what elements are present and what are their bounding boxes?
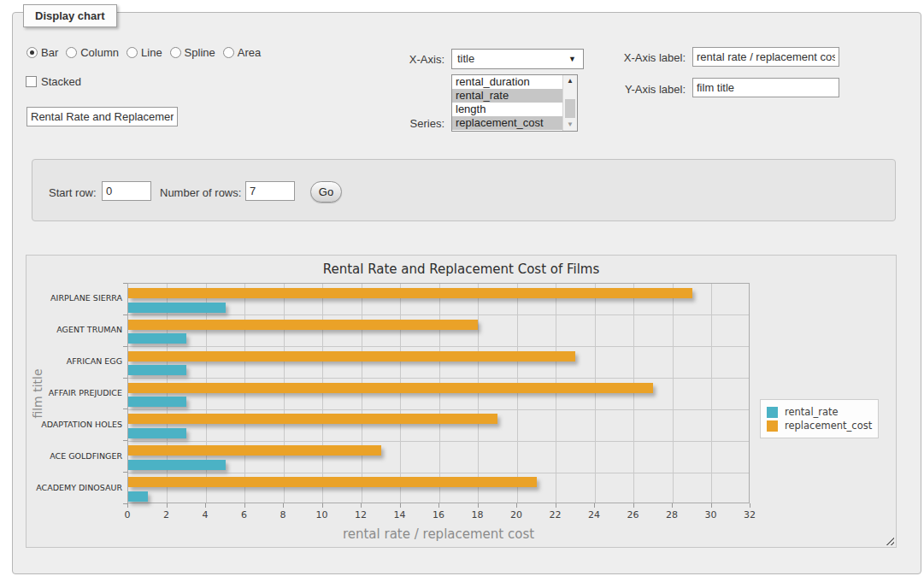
radio-icon: [127, 47, 138, 58]
category-label: AGENT TRUMAN: [26, 325, 122, 335]
series-option-replacement_cost[interactable]: replacement_cost: [452, 116, 562, 130]
x-tick-mark: [556, 503, 556, 508]
x-tick-label: 10: [305, 509, 339, 520]
legend-swatch: [767, 420, 778, 432]
x-tick-mark: [594, 503, 595, 508]
chart-title-input[interactable]: [26, 107, 178, 126]
radio-icon: [26, 47, 38, 58]
y-tick-mark: [123, 315, 127, 315]
x-tick-mark: [672, 503, 673, 508]
chart-legend: rental_ratereplacement_cost: [760, 399, 879, 438]
gridline: [556, 284, 556, 503]
x-tick-mark: [516, 503, 517, 508]
y-tick-mark: [123, 378, 127, 379]
chart-bar-replacement_cost: [128, 414, 497, 424]
x-tick-label: 12: [344, 509, 378, 520]
x-tick-label: 26: [616, 509, 650, 520]
gridline: [128, 346, 749, 347]
stacked-checkbox[interactable]: [26, 76, 37, 87]
x-tick-label: 0: [110, 509, 144, 520]
category-label: AFFAIR PREJUDICE: [26, 388, 122, 398]
chart-type-radio-spline[interactable]: Spline: [170, 46, 215, 59]
x-axis-select-label: X-Axis:: [359, 53, 444, 66]
chart-bar-rental_rate: [128, 365, 186, 375]
gridline: [400, 284, 401, 503]
legend-label: replacement_cost: [785, 420, 872, 432]
x-tick-mark: [205, 503, 206, 508]
chart-type-radio-area[interactable]: Area: [223, 46, 261, 59]
x-tick-label: 2: [150, 509, 184, 520]
y-tick-mark: [123, 346, 127, 347]
chart-bar-replacement_cost: [128, 351, 575, 362]
chart-plot-area: [127, 283, 750, 503]
chart-canvas: Rental Rate and Replacement Cost of Film…: [26, 255, 897, 548]
x-axis-select[interactable]: title ▼: [451, 49, 584, 69]
chart-type-radio-group: BarColumnLineSplineArea: [26, 46, 261, 59]
y-tick-mark: [123, 472, 127, 473]
gridline: [673, 284, 674, 503]
go-button[interactable]: Go: [310, 181, 342, 203]
x-axis-label-input[interactable]: [692, 47, 839, 67]
chart-resize-handle[interactable]: [884, 535, 894, 545]
scrollbar-thumb[interactable]: [565, 99, 575, 118]
x-tick-label: 8: [266, 509, 300, 520]
chart-bar-rental_rate: [128, 397, 186, 407]
series-list-scrollbar[interactable]: ▲ ▼: [562, 75, 577, 131]
series-option-rental_duration[interactable]: rental_duration: [452, 75, 562, 89]
x-tick-mark: [361, 503, 362, 508]
scroll-up-icon[interactable]: ▲: [563, 75, 577, 87]
x-tick-mark: [750, 503, 750, 508]
chart-type-radio-label: Bar: [41, 46, 58, 59]
stacked-label: Stacked: [41, 75, 81, 88]
legend-entry-rental_rate: rental_rate: [767, 406, 872, 418]
number-of-rows-input[interactable]: [245, 181, 295, 201]
radio-icon: [170, 47, 181, 58]
x-tick-label: 32: [733, 509, 767, 520]
gridline: [711, 284, 712, 503]
gridline: [322, 284, 323, 503]
gridline: [128, 441, 749, 442]
gridline: [284, 284, 285, 503]
x-tick-mark: [711, 503, 712, 508]
gridline: [244, 284, 245, 503]
y-tick-mark: [123, 503, 127, 504]
legend-entry-replacement_cost: replacement_cost: [767, 420, 872, 432]
chevron-down-icon: ▼: [568, 55, 576, 64]
radio-icon: [223, 47, 234, 58]
chart-bar-rental_rate: [128, 303, 226, 313]
category-label: AFRICAN EGG: [26, 356, 122, 367]
chart-bar-replacement_cost: [128, 288, 692, 298]
legend-label: rental_rate: [785, 406, 839, 418]
chart-bar-replacement_cost: [128, 477, 537, 487]
chart-type-radio-label: Spline: [185, 46, 215, 59]
series-multiselect[interactable]: rental_durationrental_ratelengthreplacem…: [451, 74, 578, 132]
y-axis-label-input[interactable]: [692, 78, 839, 97]
x-tick-label: 28: [655, 509, 689, 520]
stacked-checkbox-row[interactable]: Stacked: [26, 75, 81, 88]
y-axis-label-label: Y-Axis label:: [607, 83, 686, 96]
chart-type-radio-column[interactable]: Column: [66, 46, 119, 59]
fieldset-legend: Display chart: [23, 4, 117, 27]
chart-x-axis-title: rental rate / replacement cost: [268, 526, 609, 542]
x-tick-label: 24: [577, 509, 611, 520]
start-row-label: Start row:: [49, 186, 97, 199]
chart-bar-replacement_cost: [128, 445, 381, 456]
scroll-down-icon[interactable]: ▼: [563, 119, 577, 131]
x-tick-label: 20: [499, 509, 533, 520]
start-row-input[interactable]: [102, 181, 151, 201]
chart-type-radio-bar[interactable]: Bar: [26, 46, 58, 59]
x-tick-label: 14: [383, 509, 417, 520]
chart-bar-rental_rate: [128, 491, 148, 502]
category-label: AIRPLANE SIERRA: [26, 293, 122, 303]
chart-type-radio-label: Area: [238, 46, 261, 59]
category-label: ADAPTATION HOLES: [26, 420, 122, 430]
gridline: [128, 473, 749, 473]
x-tick-mark: [400, 503, 401, 508]
series-option-rental_rate[interactable]: rental_rate: [452, 89, 562, 103]
series-option-length[interactable]: length: [452, 103, 562, 116]
chart-bar-replacement_cost: [128, 320, 478, 330]
gridline: [633, 284, 634, 503]
chart-type-radio-line[interactable]: Line: [127, 46, 162, 59]
x-tick-label: 16: [421, 509, 456, 520]
series-select-label: Series:: [359, 117, 444, 130]
